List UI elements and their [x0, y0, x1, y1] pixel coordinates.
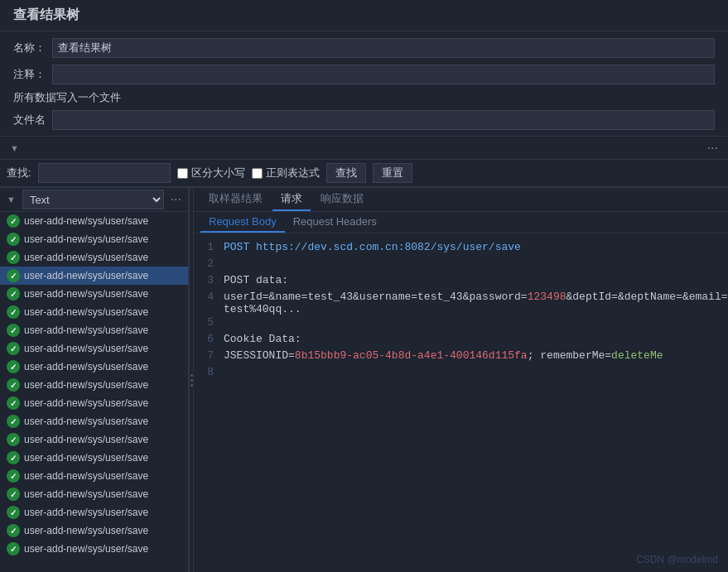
- tree-item[interactable]: user-add-new/sys/user/save: [0, 248, 188, 267]
- tree-item-label: user-add-new/sys/user/save: [24, 252, 148, 263]
- tree-item-label: user-add-new/sys/user/save: [24, 324, 148, 336]
- main-tab-group: 取样器结果 请求 响应数据: [194, 188, 728, 211]
- tree-item-label: user-add-new/sys/user/save: [24, 416, 148, 427]
- note-input[interactable]: [52, 65, 715, 84]
- case-sensitive-checkbox[interactable]: [177, 168, 188, 179]
- line-content: Cookie Data:: [224, 332, 728, 345]
- code-area: 1POST https://dev.scd.com.cn:8082/sys/us…: [194, 233, 728, 572]
- tree-item[interactable]: user-add-new/sys/user/save: [0, 285, 188, 303]
- tree-item[interactable]: user-add-new/sys/user/save: [0, 412, 188, 430]
- tab-response[interactable]: 响应数据: [312, 188, 372, 211]
- note-label: 注释：: [13, 67, 46, 82]
- bottom-panel: ▼ Text ··· user-add-new/sys/user/saveuse…: [0, 187, 728, 572]
- line-number: 7: [194, 348, 224, 362]
- tree-item-label: user-add-new/sys/user/save: [24, 397, 148, 409]
- tree-item[interactable]: user-add-new/sys/user/save: [0, 267, 188, 285]
- more-options-1[interactable]: ···: [704, 141, 721, 156]
- tree-item-success-icon: [7, 506, 20, 519]
- tree-item-label: user-add-new/sys/user/save: [24, 343, 148, 354]
- tree-item[interactable]: user-add-new/sys/user/save: [0, 467, 188, 485]
- line-number: 1: [194, 240, 224, 253]
- tree-item[interactable]: user-add-new/sys/user/save: [0, 339, 188, 358]
- tree-expand-btn[interactable]: ▼: [3, 193, 19, 206]
- line-content: [224, 257, 728, 257]
- tree-item-label: user-add-new/sys/user/save: [24, 434, 148, 445]
- code-line: 7JSESSIONID=8b15bbb9-ac05-4b8d-a4e1-4001…: [194, 348, 728, 365]
- tree-item-label: user-add-new/sys/user/save: [24, 288, 148, 300]
- resize-dot-3: [190, 384, 193, 387]
- tree-item-label: user-add-new/sys/user/save: [24, 270, 148, 281]
- regex-label: 正则表达式: [266, 166, 320, 180]
- resize-dot-2: [190, 379, 193, 382]
- tree-type-select[interactable]: Text: [22, 190, 164, 209]
- tree-item-label: user-add-new/sys/user/save: [24, 488, 148, 500]
- main-tabs-row: 取样器结果 请求 响应数据: [194, 188, 728, 212]
- line-number: 3: [194, 273, 224, 286]
- title-bar: 查看结果树: [0, 0, 728, 31]
- watermark: CSDN @modelmd: [636, 554, 718, 565]
- tree-item[interactable]: user-add-new/sys/user/save: [0, 485, 188, 503]
- tree-item-label: user-add-new/sys/user/save: [24, 379, 148, 391]
- tree-item-label: user-add-new/sys/user/save: [24, 525, 148, 536]
- tree-item-success-icon: [7, 397, 20, 410]
- tree-item-success-icon: [7, 305, 20, 319]
- line-number: 8: [194, 365, 224, 378]
- tree-item[interactable]: user-add-new/sys/user/save: [0, 358, 188, 376]
- tree-item[interactable]: user-add-new/sys/user/save: [0, 522, 188, 540]
- filename-input[interactable]: [52, 110, 715, 130]
- name-input[interactable]: [52, 38, 715, 58]
- tree-item-success-icon: [7, 251, 20, 264]
- line-content: POST data:: [224, 273, 728, 286]
- sub-tab-request-body[interactable]: Request Body: [200, 212, 285, 233]
- expand-btn-1[interactable]: ▼: [7, 142, 22, 155]
- tree-item-success-icon: [7, 269, 20, 282]
- case-sensitive-label: 区分大小写: [191, 166, 245, 180]
- tree-toolbar: ▼ Text ···: [0, 188, 188, 212]
- line-content: [224, 315, 728, 316]
- regex-checkbox[interactable]: [252, 168, 263, 179]
- search-input[interactable]: [38, 163, 171, 183]
- tree-item-label: user-add-new/sys/user/save: [24, 452, 148, 464]
- line-content: [224, 365, 728, 366]
- filename-label: 文件名: [13, 113, 46, 127]
- tree-item-success-icon: [7, 524, 20, 537]
- tree-item-success-icon: [7, 469, 20, 483]
- tree-item-label: user-add-new/sys/user/save: [24, 215, 148, 227]
- code-line: 1POST https://dev.scd.com.cn:8082/sys/us…: [194, 240, 728, 257]
- tree-more-options[interactable]: ···: [167, 192, 185, 207]
- tree-item[interactable]: user-add-new/sys/user/save: [0, 449, 188, 467]
- line-number: 4: [194, 290, 224, 303]
- resize-dot-1: [190, 374, 193, 377]
- tree-item-success-icon: [7, 360, 20, 373]
- page-container: 查看结果树 名称： 注释： 所有数据写入一个文件 文件名 ▼ ··· 查找: 区…: [0, 0, 728, 572]
- code-line: 4userId=&name=test_43&username=test_43&p…: [194, 290, 728, 315]
- tree-item-label: user-add-new/sys/user/save: [24, 233, 148, 245]
- sub-tab-request-headers[interactable]: Request Headers: [285, 212, 385, 233]
- line-content: JSESSIONID=8b15bbb9-ac05-4b8d-a4e1-40014…: [224, 348, 728, 362]
- tree-item[interactable]: user-add-new/sys/user/save: [0, 540, 188, 558]
- tree-item[interactable]: user-add-new/sys/user/save: [0, 394, 188, 412]
- detail-panel: 取样器结果 请求 响应数据 Request Body Request Heade…: [194, 188, 728, 572]
- tree-item[interactable]: user-add-new/sys/user/save: [0, 430, 188, 449]
- tree-item-success-icon: [7, 214, 20, 228]
- code-line: 2: [194, 257, 728, 273]
- tree-item[interactable]: user-add-new/sys/user/save: [0, 503, 188, 522]
- tree-item[interactable]: user-add-new/sys/user/save: [0, 321, 188, 339]
- tree-item-success-icon: [7, 415, 20, 428]
- write-note: 所有数据写入一个文件: [13, 88, 715, 108]
- tree-item-label: user-add-new/sys/user/save: [24, 361, 148, 373]
- code-line: 5: [194, 315, 728, 332]
- tree-item[interactable]: user-add-new/sys/user/save: [0, 303, 188, 321]
- tree-items-list: user-add-new/sys/user/saveuser-add-new/s…: [0, 212, 188, 572]
- tree-item[interactable]: user-add-new/sys/user/save: [0, 230, 188, 248]
- reset-button[interactable]: 重置: [373, 163, 412, 183]
- line-number: 5: [194, 315, 224, 329]
- tab-sampler-result[interactable]: 取样器结果: [200, 188, 271, 211]
- find-button[interactable]: 查找: [326, 163, 366, 183]
- regex-group: 正则表达式: [252, 166, 320, 180]
- tree-item[interactable]: user-add-new/sys/user/save: [0, 212, 188, 230]
- tree-item[interactable]: user-add-new/sys/user/save: [0, 376, 188, 394]
- tab-request[interactable]: 请求: [272, 188, 311, 211]
- line-content: userId=&name=test_43&username=test_43&pa…: [224, 290, 728, 315]
- tree-item-success-icon: [7, 488, 20, 501]
